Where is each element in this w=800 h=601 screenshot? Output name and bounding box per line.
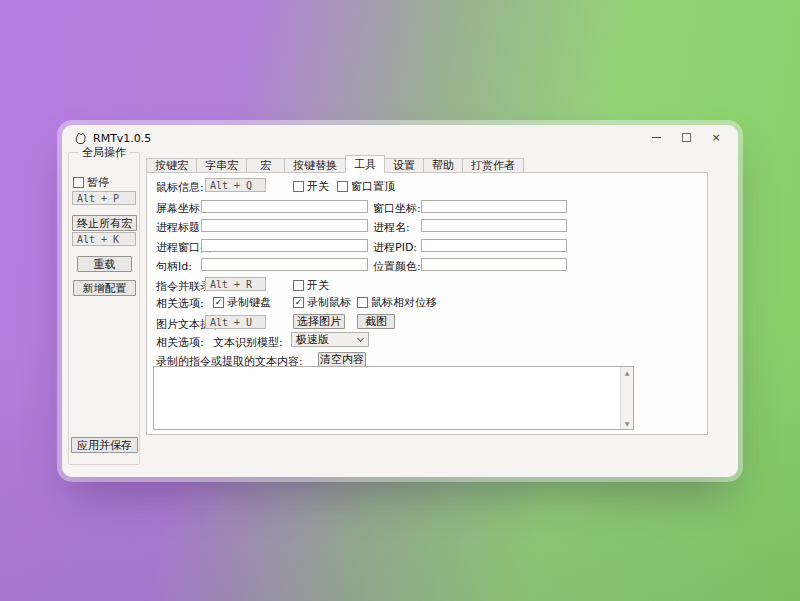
process-pid-label: 进程PID: [373, 240, 417, 255]
window-topmost-label: 窗口置顶 [351, 179, 395, 194]
record-mouse-label: 录制鼠标 [307, 295, 351, 310]
ocr-model-select[interactable]: 极速版 [291, 332, 369, 347]
window-controls: × [636, 128, 726, 146]
minimize-button[interactable] [646, 128, 666, 146]
stop-hotkey-input[interactable]: Alt + K [72, 232, 136, 246]
record-switch-checkbox-icon[interactable] [293, 280, 304, 291]
select-image-button[interactable]: 选择图片 [293, 314, 345, 329]
global-operations-title: 全局操作 [79, 145, 129, 160]
reload-button[interactable]: 重载 [77, 256, 132, 272]
maximize-button[interactable] [676, 128, 696, 146]
mouse-relative-checkbox[interactable]: 鼠标相对位移 [357, 295, 437, 310]
minimize-icon [652, 137, 661, 138]
screenshot-button[interactable]: 截图 [357, 314, 395, 329]
record-mouse-checkbox[interactable]: ✓ 录制鼠标 [293, 295, 351, 310]
position-color-label: 位置颜色: [373, 259, 421, 274]
process-pid-input[interactable] [421, 239, 567, 252]
textarea-scrollbar[interactable]: ▲ ▼ [620, 367, 633, 429]
titlebar[interactable]: RMTv1.0.5 × [62, 125, 738, 151]
handle-id-label: 句柄Id: [156, 259, 192, 274]
process-window-class-input[interactable] [201, 239, 368, 252]
app-window: RMTv1.0.5 × 全局操作 暂停 Alt + P 终止所有宏 Alt + … [62, 125, 738, 477]
tab-key-replace[interactable]: 按键替换 [284, 158, 346, 173]
pause-label: 暂停 [87, 175, 109, 190]
screen-coords-label: 屏幕坐标: [156, 201, 204, 216]
mouse-info-switch-checkbox[interactable]: 开关 [293, 179, 329, 194]
tab-key-macro[interactable]: 按键宏 [146, 158, 197, 173]
window-topmost-checkbox[interactable]: 窗口置顶 [337, 179, 395, 194]
record-keyboard-checkbox[interactable]: ✓ 录制键盘 [213, 295, 271, 310]
process-title-label: 进程标题: [156, 220, 204, 235]
mouse-relative-label: 鼠标相对位移 [371, 295, 437, 310]
record-switch-checkbox[interactable]: 开关 [293, 278, 329, 293]
position-color-input[interactable] [421, 258, 567, 271]
tools-panel: 鼠标信息: Alt + Q 开关 窗口置顶 屏幕坐标: 进程标题: 进程窗口类:… [146, 172, 708, 435]
apply-save-button[interactable]: 应用并保存 [71, 437, 138, 453]
record-switch-label: 开关 [307, 278, 329, 293]
desktop-background: RMTv1.0.5 × 全局操作 暂停 Alt + P 终止所有宏 Alt + … [0, 0, 800, 601]
chevron-down-icon [357, 334, 364, 341]
process-title-input[interactable] [201, 219, 368, 232]
ocr-options-label: 相关选项: [156, 335, 204, 350]
ocr-model-value: 极速版 [296, 332, 329, 347]
process-name-label: 进程名: [373, 220, 410, 235]
record-hotkey-input[interactable]: Alt + R [205, 277, 266, 291]
stop-all-macros-button[interactable]: 终止所有宏 [72, 215, 137, 231]
tab-settings[interactable]: 设置 [384, 158, 424, 173]
record-keyboard-checkbox-icon[interactable]: ✓ [213, 297, 224, 308]
close-icon: × [711, 132, 720, 143]
record-keyboard-label: 录制键盘 [227, 295, 271, 310]
mouse-info-switch-checkbox-icon[interactable] [293, 181, 304, 192]
window-topmost-checkbox-icon[interactable] [337, 181, 348, 192]
tab-bar: 按键宏 字串宏 宏 按键替换 工具 设置 帮助 打赏作者 [146, 155, 523, 173]
pause-checkbox-icon[interactable] [73, 177, 84, 188]
mouse-relative-checkbox-icon[interactable] [357, 297, 368, 308]
clear-content-button[interactable]: 清空内容 [318, 352, 366, 367]
scroll-up-icon[interactable]: ▲ [621, 367, 633, 378]
ocr-model-label: 文本识别模型: [213, 335, 283, 350]
tab-help[interactable]: 帮助 [423, 158, 463, 173]
mouse-info-switch-label: 开关 [307, 179, 329, 194]
window-title: RMTv1.0.5 [93, 132, 151, 145]
tab-macro[interactable]: 宏 [246, 158, 285, 173]
scroll-down-icon[interactable]: ▼ [621, 418, 633, 429]
process-name-input[interactable] [421, 219, 567, 232]
add-config-button[interactable]: 新增配置 [73, 280, 136, 296]
app-icon [74, 132, 87, 145]
mouse-info-hotkey-input[interactable]: Alt + Q [205, 178, 266, 192]
record-mouse-checkbox-icon[interactable]: ✓ [293, 297, 304, 308]
screen-coords-input[interactable] [201, 200, 368, 213]
close-button[interactable]: × [706, 128, 726, 146]
pause-hotkey-input[interactable]: Alt + P [72, 191, 136, 205]
content-textarea[interactable]: ▲ ▼ [153, 366, 634, 430]
tab-donate[interactable]: 打赏作者 [462, 158, 524, 173]
maximize-icon [682, 133, 691, 142]
ocr-hotkey-input[interactable]: Alt + U [205, 315, 266, 329]
content-text [156, 369, 618, 427]
handle-id-input[interactable] [201, 258, 368, 271]
tab-tools[interactable]: 工具 [345, 155, 385, 173]
window-coords-label: 窗口坐标: [373, 201, 421, 216]
pause-checkbox[interactable]: 暂停 [73, 175, 109, 190]
mouse-info-label: 鼠标信息: [156, 180, 204, 195]
record-options-label: 相关选项: [156, 296, 204, 311]
tab-string-macro[interactable]: 字串宏 [196, 158, 247, 173]
window-coords-input[interactable] [421, 200, 567, 213]
global-operations-group: 全局操作 暂停 Alt + P 终止所有宏 Alt + K 重载 新增配置 应用… [68, 152, 140, 465]
